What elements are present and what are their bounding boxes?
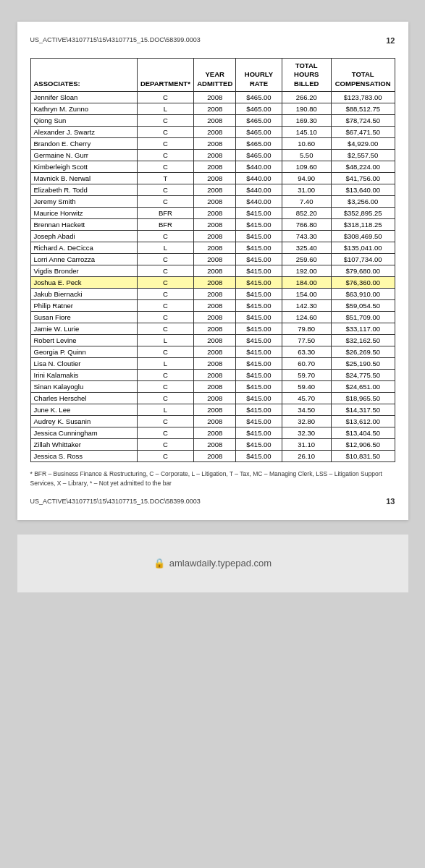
cell-hours: 325.40 bbox=[282, 242, 331, 254]
cell-hours: 169.30 bbox=[282, 115, 331, 127]
cell-rate: $415.00 bbox=[236, 242, 282, 254]
cell-hours: 77.50 bbox=[282, 335, 331, 346]
cell-name: Susan Fiore bbox=[30, 312, 137, 323]
cell-comp: $135,041.00 bbox=[331, 242, 395, 254]
cell-hours: 63.30 bbox=[282, 346, 331, 358]
cell-rate: $465.00 bbox=[236, 92, 282, 103]
watermark-bar: 🔒 amlawdaily.typepad.com bbox=[17, 535, 408, 592]
cell-dept: C bbox=[137, 254, 193, 265]
doc-id-top: US_ACTIVE\43107715\15\43107715_15.DOC\58… bbox=[30, 36, 201, 43]
col-header-dept: DEPARTMENT* bbox=[137, 59, 193, 92]
cell-rate: $440.00 bbox=[236, 184, 282, 196]
table-row: Zillah WhittakerC2008$415.0031.10$12,906… bbox=[30, 439, 395, 451]
cell-name: Zillah Whittaker bbox=[30, 439, 137, 451]
cell-hours: 154.00 bbox=[282, 289, 331, 300]
cell-rate: $415.00 bbox=[236, 416, 282, 427]
cell-name: Joseph Abadi bbox=[30, 231, 137, 242]
cell-hours: 852.20 bbox=[282, 208, 331, 219]
cell-year: 2008 bbox=[194, 173, 236, 184]
table-row: Philip RatnerC2008$415.00142.30$59,054.5… bbox=[30, 300, 395, 312]
watermark-url: amlawdaily.typepad.com bbox=[169, 558, 272, 569]
cell-comp: $10,831.50 bbox=[331, 451, 395, 462]
table-row: Jessica S. RossC2008$415.0026.10$10,831.… bbox=[30, 451, 395, 462]
cell-year: 2008 bbox=[194, 370, 236, 381]
cell-rate: $415.00 bbox=[236, 427, 282, 439]
col-header-year: YEARADMITTED bbox=[194, 59, 236, 92]
cell-comp: $67,471.50 bbox=[331, 127, 395, 138]
cell-name: Alexander J. Swartz bbox=[30, 127, 137, 138]
cell-rate: $440.00 bbox=[236, 173, 282, 184]
table-row: Kimberleigh ScottC2008$440.00109.60$48,2… bbox=[30, 161, 395, 173]
cell-year: 2008 bbox=[194, 208, 236, 219]
cell-rate: $415.00 bbox=[236, 439, 282, 451]
cell-year: 2008 bbox=[194, 265, 236, 277]
table-row: Germaine N. GurrC2008$465.005.50$2,557.5… bbox=[30, 150, 395, 161]
cell-year: 2008 bbox=[194, 393, 236, 404]
cell-dept: C bbox=[137, 289, 193, 300]
cell-dept: C bbox=[137, 393, 193, 404]
cell-comp: $352,895.25 bbox=[331, 208, 395, 219]
table-row: Georgia P. QuinnC2008$415.0063.30$26,269… bbox=[30, 346, 395, 358]
table-row: Brennan HackettBFR2008$415.00766.80$318,… bbox=[30, 219, 395, 231]
cell-name: Germaine N. Gurr bbox=[30, 150, 137, 161]
cell-rate: $415.00 bbox=[236, 335, 282, 346]
cell-rate: $415.00 bbox=[236, 265, 282, 277]
cell-dept: L bbox=[137, 242, 193, 254]
cell-hours: 31.10 bbox=[282, 439, 331, 451]
cell-rate: $415.00 bbox=[236, 254, 282, 265]
cell-hours: 5.50 bbox=[282, 150, 331, 161]
cell-dept: C bbox=[137, 265, 193, 277]
cell-comp: $24,775.50 bbox=[331, 370, 395, 381]
cell-name: Brennan Hackett bbox=[30, 219, 137, 231]
cell-hours: 7.40 bbox=[282, 196, 331, 208]
cell-name: Georgia P. Quinn bbox=[30, 346, 137, 358]
cell-year: 2008 bbox=[194, 115, 236, 127]
cell-hours: 31.00 bbox=[282, 184, 331, 196]
col-header-hours: TOTALHOURSBILLED bbox=[282, 59, 331, 92]
cell-comp: $51,709.00 bbox=[331, 312, 395, 323]
cell-year: 2008 bbox=[194, 254, 236, 265]
cell-hours: 184.00 bbox=[282, 277, 331, 289]
table-row: Brandon E. CherryC2008$465.0010.60$4,929… bbox=[30, 138, 395, 150]
cell-comp: $25,190.50 bbox=[331, 358, 395, 370]
cell-dept: C bbox=[137, 439, 193, 451]
table-row: Joseph AbadiC2008$415.00743.30$308,469.5… bbox=[30, 231, 395, 242]
cell-name: June K. Lee bbox=[30, 404, 137, 416]
doc-id-bottom: US_ACTIVE\43107715\15\43107715_15.DOC\58… bbox=[30, 498, 201, 505]
associates-table: ASSOCIATES: DEPARTMENT* YEARADMITTED HOU… bbox=[30, 58, 395, 462]
cell-comp: $13,612.00 bbox=[331, 416, 395, 427]
cell-name: Jessica Cunningham bbox=[30, 427, 137, 439]
cell-rate: $415.00 bbox=[236, 277, 282, 289]
cell-comp: $59,054.50 bbox=[331, 300, 395, 312]
cell-year: 2008 bbox=[194, 300, 236, 312]
cell-rate: $465.00 bbox=[236, 115, 282, 127]
cell-comp: $76,360.00 bbox=[331, 277, 395, 289]
table-row: Audrey K. SusaninC2008$415.0032.80$13,61… bbox=[30, 416, 395, 427]
cell-name: Robert Levine bbox=[30, 335, 137, 346]
doc-footer: US_ACTIVE\43107715\15\43107715_15.DOC\58… bbox=[30, 497, 395, 506]
table-row: Robert LevineL2008$415.0077.50$32,162.50 bbox=[30, 335, 395, 346]
cell-comp: $3,256.00 bbox=[331, 196, 395, 208]
col-header-rate: HOURLYRATE bbox=[236, 59, 282, 92]
cell-hours: 266.20 bbox=[282, 92, 331, 103]
cell-name: Sinan Kalayoglu bbox=[30, 381, 137, 393]
cell-rate: $415.00 bbox=[236, 323, 282, 335]
cell-dept: C bbox=[137, 150, 193, 161]
cell-hours: 124.60 bbox=[282, 312, 331, 323]
cell-name: Maurice Horwitz bbox=[30, 208, 137, 219]
cell-comp: $13,640.00 bbox=[331, 184, 395, 196]
cell-name: Jamie W. Lurie bbox=[30, 323, 137, 335]
cell-hours: 109.60 bbox=[282, 161, 331, 173]
cell-comp: $79,680.00 bbox=[331, 265, 395, 277]
cell-name: Vigdis Bronder bbox=[30, 265, 137, 277]
cell-name: Charles Herschel bbox=[30, 393, 137, 404]
cell-dept: BFR bbox=[137, 219, 193, 231]
cell-rate: $415.00 bbox=[236, 370, 282, 381]
cell-hours: 145.10 bbox=[282, 127, 331, 138]
table-row: Jamie W. LurieC2008$415.0079.80$33,117.0… bbox=[30, 323, 395, 335]
cell-year: 2008 bbox=[194, 346, 236, 358]
cell-rate: $415.00 bbox=[236, 289, 282, 300]
cell-year: 2008 bbox=[194, 335, 236, 346]
cell-name: Kathryn M. Zunno bbox=[30, 103, 137, 115]
cell-hours: 142.30 bbox=[282, 300, 331, 312]
